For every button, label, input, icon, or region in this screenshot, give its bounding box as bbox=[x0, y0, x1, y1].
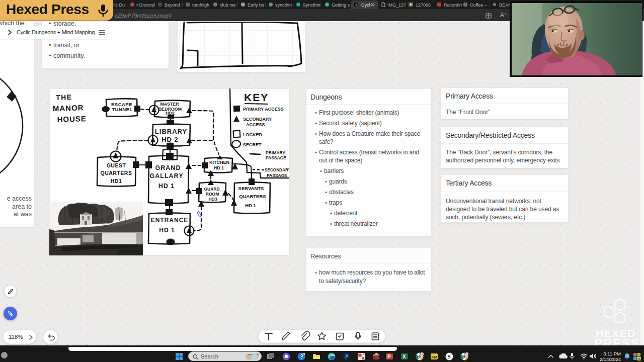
svg-text:ACCESS: ACCESS bbox=[246, 122, 265, 127]
svg-text:QUARTERS: QUARTERS bbox=[239, 194, 266, 199]
svg-text:HD 1: HD 1 bbox=[214, 165, 224, 170]
svg-text:MASTER: MASTER bbox=[160, 102, 179, 107]
svg-text:QUARTERS: QUARTERS bbox=[101, 170, 132, 176]
svg-text:ROOM: ROOM bbox=[206, 192, 219, 197]
svg-text:X: X bbox=[403, 354, 406, 359]
svg-text:GUEST: GUEST bbox=[107, 162, 126, 168]
svg-text:GUARD: GUARD bbox=[204, 187, 219, 192]
svg-text:HD3: HD3 bbox=[208, 197, 217, 202]
svg-text:SECONDARY: SECONDARY bbox=[265, 168, 289, 172]
svg-text:HD 2: HD 2 bbox=[162, 136, 179, 143]
svg-text:S: S bbox=[448, 353, 451, 359]
svg-text:ENTRANCE: ENTRANCE bbox=[151, 217, 189, 224]
svg-text:THE: THE bbox=[56, 93, 72, 102]
svg-text:HD1: HD1 bbox=[111, 178, 122, 184]
svg-text:LOCKED: LOCKED bbox=[243, 132, 263, 137]
svg-text:LIBRARY: LIBRARY bbox=[155, 128, 187, 135]
svg-text:TUNNEL: TUNNEL bbox=[112, 107, 133, 112]
svg-text:HD 1: HD 1 bbox=[158, 183, 175, 190]
svg-text:HD 1: HD 1 bbox=[245, 203, 256, 208]
svg-text:1: 1 bbox=[422, 352, 423, 355]
svg-text:KITCHEN: KITCHEN bbox=[209, 160, 229, 165]
svg-text:2: 2 bbox=[466, 352, 468, 355]
svg-text:SECRET: SECRET bbox=[243, 142, 262, 147]
svg-text:SECONDARY: SECONDARY bbox=[243, 117, 272, 122]
svg-text:PASSAGE: PASSAGE bbox=[266, 155, 286, 160]
svg-text:PRIMARY: PRIMARY bbox=[266, 150, 285, 155]
svg-text:KEY: KEY bbox=[244, 92, 269, 103]
svg-text:GRAND: GRAND bbox=[155, 164, 181, 171]
svg-text:HD 1: HD 1 bbox=[159, 227, 175, 234]
svg-text:P: P bbox=[387, 354, 391, 359]
svg-text:SERVANTS: SERVANTS bbox=[238, 186, 264, 191]
svg-text:MANOR: MANOR bbox=[52, 103, 84, 113]
svg-text:PASSAGE: PASSAGE bbox=[267, 173, 287, 178]
svg-text:PRIMARY ACCESS: PRIMARY ACCESS bbox=[243, 107, 284, 112]
svg-text:HOUSE: HOUSE bbox=[57, 114, 87, 124]
svg-text:GALLARY: GALLARY bbox=[150, 172, 184, 179]
svg-text:PBI: PBI bbox=[637, 357, 641, 360]
svg-text:HD2: HD2 bbox=[166, 111, 175, 116]
svg-text:FM: FM bbox=[432, 355, 438, 359]
